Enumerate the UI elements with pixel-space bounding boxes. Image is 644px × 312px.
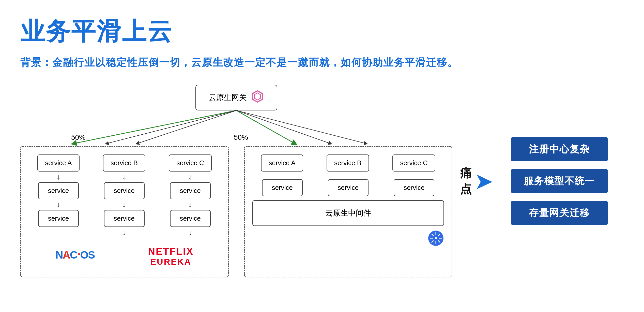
logo-area: NAC·OS NETFLIX EUREKA [29, 244, 220, 266]
service-box-a1: service A [37, 154, 80, 172]
service-box-mid3: service [170, 182, 211, 199]
eureka-logo: NETFLIX EUREKA [148, 246, 194, 266]
service-box-c1: service C [169, 154, 211, 172]
right-mid-row: service service service [252, 179, 444, 196]
svg-marker-1 [254, 93, 260, 100]
gateway-icon [251, 90, 264, 105]
left-percent: 50% [71, 133, 85, 141]
netflix-text: NETFLIX [148, 246, 194, 257]
pain-box-3: 存量网关迁移 [511, 201, 608, 225]
arrow-down-1a: ↓ [56, 173, 60, 181]
kubernetes-icon [252, 230, 444, 249]
pain-boxes: 注册中心复杂 服务模型不统一 存量网关迁移 [511, 137, 608, 225]
pain-box-2: 服务模型不统一 [511, 169, 608, 193]
right-percent: 50% [234, 133, 248, 141]
gateway-box: 云原生网关 [195, 85, 277, 110]
arrow-down-2c: ↓ [122, 229, 126, 236]
arrow-down-3c: ↓ [188, 229, 192, 236]
subtitle: 背景：金融行业以稳定性压倒一切，云原生改造一定不是一蹴而就，如何协助业务平滑迁移… [20, 55, 624, 69]
right-service-a: service A [261, 154, 303, 172]
service-box-bot1: service [38, 210, 79, 227]
arrow-down-3a: ↓ [188, 173, 192, 181]
svg-line-6 [236, 110, 330, 144]
right-service-1: service [262, 179, 303, 196]
left-col1: service A ↓ service ↓ service [37, 154, 80, 238]
right-service-c: service C [392, 154, 435, 172]
right-service-3: service [394, 179, 434, 196]
arrow-down-2a: ↓ [122, 173, 126, 181]
right-service-b: service B [327, 154, 369, 172]
big-right-arrow: ➤ [474, 170, 493, 193]
pain-box-1: 注册中心复杂 [511, 137, 608, 161]
gateway-section: 云原生网关 [20, 85, 452, 277]
left-dashed-box: service A ↓ service ↓ service service B … [20, 146, 229, 277]
right-top-row: service A service B service C [252, 154, 444, 172]
arrow-down-3b: ↓ [188, 201, 192, 208]
pain-arrow-section: 痛 点 ➤ [460, 165, 493, 197]
two-boxes: 50% 50% service A ↓ service ↓ service se… [20, 146, 452, 277]
service-box-mid2: service [104, 182, 145, 199]
svg-line-2 [74, 110, 236, 144]
gateway-label: 云原生网关 [209, 92, 247, 103]
left-col2: service B ↓ service ↓ service ↓ [103, 154, 145, 238]
service-box-mid1: service [38, 182, 79, 199]
main-title: 业务平滑上云 [20, 15, 624, 48]
middleware-box: 云原生中间件 [252, 200, 444, 226]
right-dashed-box: service A service B service C service se… [244, 146, 452, 277]
service-box-bot2: service [104, 210, 145, 227]
left-col3: service C ↓ service ↓ service ↓ [169, 154, 211, 238]
right-service-2: service [328, 179, 369, 196]
pain-label-char1: 痛 [460, 165, 472, 181]
arrow-down-1b: ↓ [56, 201, 60, 208]
diagram-area: 云原生网关 [20, 85, 624, 277]
svg-line-4 [137, 110, 236, 144]
left-three-cols: service A ↓ service ↓ service service B … [29, 154, 220, 238]
arrow-down-2b: ↓ [122, 201, 126, 208]
service-box-b1: service B [103, 154, 145, 172]
eureka-text: EUREKA [150, 257, 191, 266]
svg-line-3 [107, 110, 236, 144]
pain-label-char2: 点 [460, 181, 472, 197]
svg-point-9 [435, 237, 437, 239]
svg-line-7 [236, 110, 366, 144]
nacos-logo: NAC·OS [55, 246, 95, 266]
service-box-bot3: service [170, 210, 211, 227]
